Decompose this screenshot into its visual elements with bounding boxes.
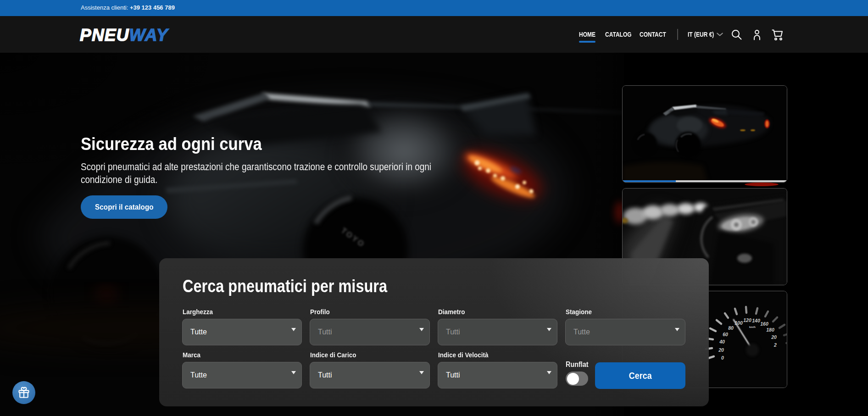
- svg-text:2: 2: [773, 342, 777, 348]
- svg-text:20: 20: [771, 334, 777, 340]
- svg-text:20: 20: [718, 347, 724, 353]
- svg-text:60: 60: [723, 332, 728, 337]
- svg-text:120: 120: [743, 317, 751, 323]
- svg-text:km/h: km/h: [749, 326, 756, 328]
- svg-text:160: 160: [760, 321, 768, 327]
- svg-text:80: 80: [728, 325, 734, 331]
- svg-text:140: 140: [752, 318, 760, 323]
- svg-text:180: 180: [766, 327, 774, 333]
- svg-text:40: 40: [719, 339, 725, 344]
- svg-text:0: 0: [721, 355, 724, 361]
